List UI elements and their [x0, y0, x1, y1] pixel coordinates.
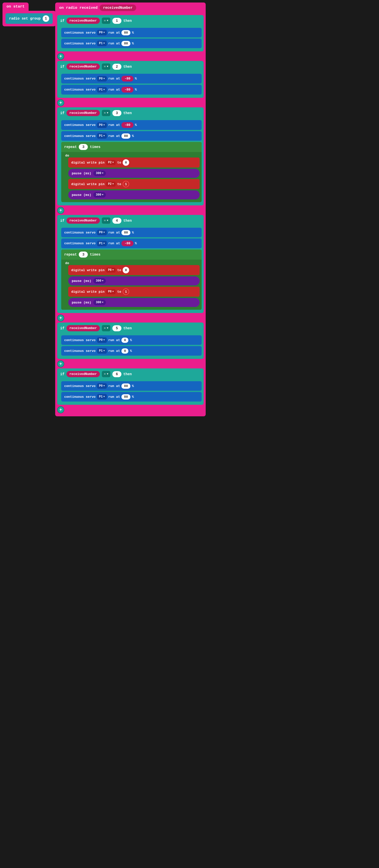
- servo-pct-6-2: %: [132, 395, 134, 399]
- to-label-4-1: to: [117, 268, 121, 272]
- plus-btn-3[interactable]: +: [57, 207, 64, 214]
- pin-dropdown-3-1[interactable]: P2: [106, 160, 116, 165]
- equals-dropdown-4[interactable]: =: [102, 217, 110, 224]
- dw-block-4-2: digital write pin P8 to 1: [68, 287, 200, 297]
- servo-pin-3-1[interactable]: P0: [97, 122, 107, 128]
- if-block-3: if receivedNumber = 3 then continuous se…: [57, 107, 204, 206]
- servo-pin-6-2[interactable]: P1: [97, 394, 107, 400]
- servo-value-6-1[interactable]: 80: [121, 383, 130, 389]
- pin-dropdown-4-1[interactable]: P8: [106, 268, 116, 273]
- repeat-count-4[interactable]: 3: [79, 252, 88, 257]
- servo-pin-1-2[interactable]: P1: [97, 41, 107, 46]
- servo-value-2-1[interactable]: -80: [121, 76, 133, 82]
- plus-btn-4[interactable]: +: [57, 314, 64, 321]
- servo-run-4-2: run at: [108, 242, 120, 245]
- value-6[interactable]: 6: [113, 371, 121, 377]
- plus-btn-2[interactable]: +: [57, 99, 64, 106]
- servo-run-3-2: run at: [108, 134, 120, 138]
- dw-value-4-1[interactable]: 0: [123, 267, 129, 273]
- if-keyword-1: if: [60, 19, 64, 23]
- servo-pin-6-1[interactable]: P0: [97, 383, 107, 389]
- if-block-2: if receivedNumber = 2 then continuous se…: [57, 61, 204, 98]
- servo-value-5-1[interactable]: 0: [121, 338, 128, 343]
- if-body-1: continuous servo P0 run at 80 % continuo…: [57, 26, 204, 52]
- servo-value-6-2[interactable]: 80: [121, 394, 130, 400]
- times-label-4: times: [90, 253, 100, 256]
- then-3: then: [123, 111, 132, 115]
- condition-received-1[interactable]: receivedNumber: [66, 18, 100, 24]
- dw-label-4-1: digital write pin: [71, 268, 104, 272]
- servo-pct-5-2: %: [130, 349, 132, 353]
- if-body-5: continuous servo P0 run at 0 % continuou…: [57, 334, 204, 359]
- condition-received-2[interactable]: receivedNumber: [66, 63, 100, 70]
- if-header-3: if receivedNumber = 3 then: [57, 107, 204, 119]
- dw-value-3-1[interactable]: 0: [123, 159, 129, 166]
- on-radio-body: if receivedNumber = 1 then continuous se…: [55, 13, 206, 416]
- condition-received-3[interactable]: receivedNumber: [66, 110, 100, 116]
- servo-value-3-1[interactable]: -80: [121, 122, 133, 128]
- value-2[interactable]: 2: [113, 64, 121, 70]
- pause-value-4-2[interactable]: 300: [93, 300, 106, 305]
- value-3[interactable]: 3: [113, 110, 121, 116]
- do-label-3: do: [63, 153, 71, 158]
- servo-value-5-2[interactable]: 0: [121, 348, 128, 353]
- equals-dropdown-5[interactable]: =: [102, 325, 110, 331]
- dw-value-3-2[interactable]: 1: [123, 181, 129, 187]
- repeat-body-3: do digital write pin P2 to 0 pause (ms) …: [61, 152, 202, 202]
- servo-value-4-1[interactable]: 80: [121, 230, 130, 235]
- servo-pin-5-2[interactable]: P1: [97, 348, 107, 353]
- servo-pin-4-1[interactable]: P0: [97, 230, 107, 235]
- servo-value-1-1[interactable]: 80: [121, 30, 130, 35]
- servo-pin-2-1[interactable]: P0: [97, 76, 107, 82]
- pause-block-3-1: pause (ms) 300: [68, 169, 200, 178]
- repeat-inner-3: digital write pin P2 to 0 pause (ms) 300…: [63, 157, 200, 199]
- plus-btn-6[interactable]: +: [57, 406, 64, 413]
- servo-pin-1-1[interactable]: P0: [97, 30, 107, 35]
- on-start-body: radio set group 1: [2, 11, 56, 26]
- dw-value-4-2[interactable]: 1: [123, 288, 129, 295]
- plus-btn-1[interactable]: +: [57, 53, 64, 60]
- repeat-label-3: repeat: [64, 145, 77, 149]
- dw-label-3-2: digital write pin: [71, 182, 104, 186]
- servo-value-2-2[interactable]: -80: [121, 87, 133, 93]
- equals-dropdown-1[interactable]: =: [102, 18, 110, 24]
- servo-value-1-2[interactable]: 80: [121, 41, 130, 46]
- servo-run-6-2: run at: [108, 395, 120, 399]
- if-keyword-5: if: [60, 326, 64, 330]
- radio-set-group-block[interactable]: radio set group 1: [5, 13, 53, 24]
- servo-label-2-2: continuous servo: [64, 88, 96, 92]
- if-keyword-3: if: [60, 111, 64, 115]
- to-label-3-2: to: [117, 182, 121, 186]
- pin-dropdown-3-2[interactable]: P2: [106, 182, 116, 187]
- pause-block-4-2: pause (ms) 300: [68, 298, 200, 307]
- pause-label-4-2: pause (ms): [72, 301, 91, 305]
- radio-group-value[interactable]: 1: [43, 15, 49, 22]
- equals-dropdown-2[interactable]: =: [102, 63, 110, 70]
- servo-pin-3-2[interactable]: P1: [97, 133, 107, 139]
- value-5[interactable]: 5: [113, 325, 121, 331]
- on-radio-header: on radio received receivedNumber: [55, 2, 206, 13]
- value-1[interactable]: 1: [113, 18, 121, 24]
- servo-block-5-2: continuous servo P1 run at 0 %: [61, 346, 202, 355]
- servo-pin-2-2[interactable]: P1: [97, 87, 107, 93]
- servo-value-3-2[interactable]: 80: [121, 133, 130, 139]
- condition-received-4[interactable]: receivedNumber: [66, 217, 100, 224]
- repeat-body-4: do digital write pin P8 to 0 pause (ms) …: [61, 259, 202, 310]
- pause-value-4-1[interactable]: 300: [93, 278, 106, 284]
- repeat-count-3[interactable]: 3: [79, 144, 88, 150]
- servo-value-4-2[interactable]: -80: [121, 241, 133, 246]
- received-number-param[interactable]: receivedNumber: [100, 4, 136, 11]
- condition-received-6[interactable]: receivedNumber: [66, 371, 100, 377]
- servo-pin-5-1[interactable]: P0: [97, 337, 107, 343]
- condition-received-5[interactable]: receivedNumber: [66, 325, 100, 331]
- pause-value-3-2[interactable]: 300: [93, 192, 106, 198]
- equals-dropdown-6[interactable]: =: [102, 371, 110, 377]
- plus-btn-5[interactable]: +: [57, 361, 64, 367]
- equals-dropdown-3[interactable]: =: [102, 110, 110, 116]
- servo-pct-3-2: %: [132, 134, 134, 138]
- value-4[interactable]: 4: [113, 218, 121, 224]
- servo-pin-4-2[interactable]: P1: [97, 241, 107, 246]
- pause-value-3-1[interactable]: 300: [93, 170, 106, 176]
- servo-label-6-2: continuous servo: [64, 395, 96, 399]
- pin-dropdown-4-2[interactable]: P8: [106, 289, 116, 294]
